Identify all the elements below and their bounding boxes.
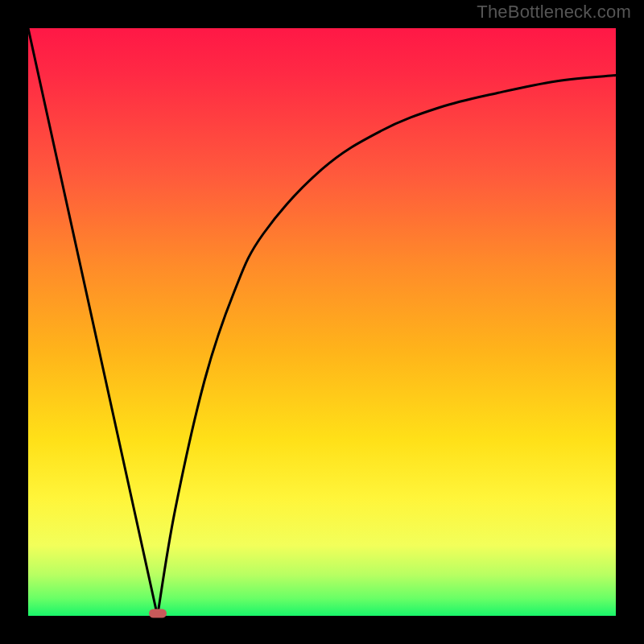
bottleneck-curve: [28, 28, 616, 616]
chart-frame: TheBottleneck.com: [0, 0, 644, 644]
plot-area: [28, 28, 616, 616]
watermark-text: TheBottleneck.com: [477, 2, 631, 23]
optimal-point-marker: [149, 609, 167, 618]
